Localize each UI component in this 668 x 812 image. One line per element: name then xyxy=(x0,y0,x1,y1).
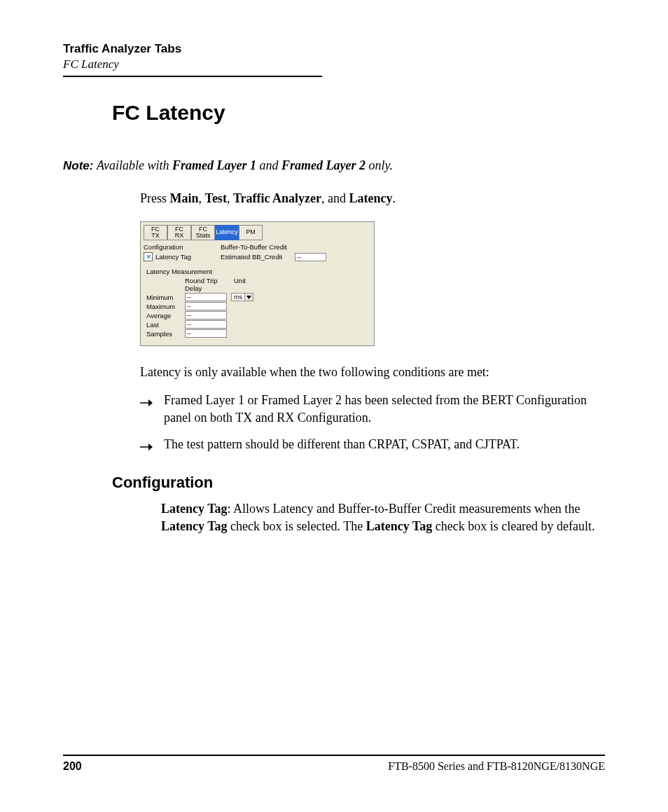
conditions-intro: Latency is only available when the two f… xyxy=(140,364,605,380)
tab-latency[interactable]: Latency xyxy=(215,225,239,240)
cfg-t3: check box is cleared by default. xyxy=(432,519,594,533)
cfg-t1: : Allows Latency and Buffer-to-Buffer Cr… xyxy=(228,502,580,516)
col-spacer xyxy=(146,277,185,292)
note-pre: Available with xyxy=(97,158,172,172)
label-samples: Samples xyxy=(146,330,185,338)
note-mid: and xyxy=(256,158,281,172)
note-text: Available with Framed Layer 1 and Framed… xyxy=(97,158,393,172)
col-unit: Unit xyxy=(234,277,246,292)
latency-measurement-group: Latency Measurement Round Trip Delay Uni… xyxy=(144,266,371,343)
latency-tag-label: Latency Tag xyxy=(155,253,191,261)
note-line: Note: Available with Framed Layer 1 and … xyxy=(63,158,605,173)
press-line: Press Main, Test, Traffic Analyzer, and … xyxy=(140,191,605,206)
latency-tag-container: ✕ Latency Tag xyxy=(144,252,221,261)
tab-bar: FC TX FC RX FC Stats Latency PM xyxy=(144,225,371,240)
latency-panel: FC TX FC RX FC Stats Latency PM Configur… xyxy=(140,221,375,346)
svg-marker-0 xyxy=(246,296,251,299)
press-b2: Test xyxy=(205,191,227,205)
cfg-b2: Latency Tag xyxy=(161,519,228,533)
field-average[interactable]: -- xyxy=(185,311,227,319)
conditions-list: Framed Layer 1 or Framed Layer 2 has bee… xyxy=(140,392,605,453)
note-b2: Framed Layer 2 xyxy=(281,158,366,172)
press-b1: Main xyxy=(170,191,199,205)
row-minimum: Minimum -- ms xyxy=(146,293,370,301)
arrow-bullet-icon xyxy=(140,394,153,411)
unit-value: ms xyxy=(232,294,244,301)
field-minimum[interactable]: -- xyxy=(185,293,227,301)
row-maximum: Maximum -- xyxy=(146,302,370,310)
page-title: FC Latency xyxy=(112,101,605,125)
field-maximum[interactable]: -- xyxy=(185,302,227,310)
estimated-bb-credit-label: Estimated BB_Credit xyxy=(221,253,282,261)
press-b3: Traffic Analyzer xyxy=(233,191,321,205)
list-item: Framed Layer 1 or Framed Layer 2 has bee… xyxy=(140,392,605,426)
svg-marker-2 xyxy=(148,399,153,406)
measurement-col-headings: Round Trip Delay Unit xyxy=(146,277,370,292)
bullet-2-text: The test pattern should be different tha… xyxy=(164,437,520,451)
label-minimum: Minimum xyxy=(146,294,185,301)
note-label: Note: xyxy=(63,159,93,172)
press-post: . xyxy=(393,191,396,205)
tab-fc-stats-l2: Stats xyxy=(192,233,214,239)
cfg-t2: check box is selected. The xyxy=(228,519,366,533)
label-maximum: Maximum xyxy=(146,303,185,310)
col-rtd: Round Trip Delay xyxy=(185,277,234,292)
note-b1: Framed Layer 1 xyxy=(172,158,256,172)
buffer-heading: Buffer-To-Buffer Credit xyxy=(221,243,371,251)
tab-latency-label: Latency xyxy=(216,229,238,235)
field-samples[interactable]: -- xyxy=(185,329,227,338)
configuration-heading: Configuration xyxy=(112,474,605,492)
note-post: only. xyxy=(366,158,393,172)
label-last: Last xyxy=(146,321,185,329)
tab-fc-rx-l2: RX xyxy=(168,233,190,239)
page-number: 200 xyxy=(63,760,82,773)
cfg-b3: Latency Tag xyxy=(366,519,433,533)
press-pre: Press xyxy=(140,191,170,205)
chapter-title: Traffic Analyzer Tabs xyxy=(63,42,605,56)
tab-pm[interactable]: PM xyxy=(239,225,263,240)
page: Traffic Analyzer Tabs FC Latency FC Late… xyxy=(0,0,668,812)
section-title: FC Latency xyxy=(63,57,605,71)
doc-id: FTB-8500 Series and FTB-8120NGE/8130NGE xyxy=(388,760,605,773)
tab-fc-stats[interactable]: FC Stats xyxy=(191,225,215,240)
running-head: Traffic Analyzer Tabs FC Latency xyxy=(63,42,605,71)
field-last[interactable]: -- xyxy=(185,320,227,329)
bullet-1-text: Framed Layer 1 or Framed Layer 2 has bee… xyxy=(164,393,587,424)
group-headings: Configuration Buffer-To-Buffer Credit xyxy=(144,243,371,251)
configuration-heading: Configuration xyxy=(144,243,221,251)
press-s2: , xyxy=(227,191,233,205)
row-average: Average -- xyxy=(146,311,370,319)
arrow-bullet-icon xyxy=(140,439,153,455)
estimated-bb-credit-field[interactable]: -- xyxy=(295,253,326,261)
press-s3: , and xyxy=(321,191,349,205)
row-samples: Samples -- xyxy=(146,329,370,338)
svg-marker-4 xyxy=(148,443,153,450)
press-s1: , xyxy=(199,191,205,205)
latency-measurement-heading: Latency Measurement xyxy=(146,268,370,275)
tab-pm-label: PM xyxy=(239,229,262,235)
row-last: Last -- xyxy=(146,320,370,329)
list-item: The test pattern should be different tha… xyxy=(140,436,605,453)
tab-fc-tx-l2: TX xyxy=(144,233,167,239)
press-b4: Latency xyxy=(349,191,393,205)
tab-fc-tx[interactable]: FC TX xyxy=(144,225,167,240)
cfg-b1: Latency Tag xyxy=(161,502,228,516)
tab-fc-rx[interactable]: FC RX xyxy=(167,225,191,240)
check-icon: ✕ xyxy=(146,254,151,261)
header-rule xyxy=(63,76,322,77)
latency-tag-checkbox[interactable]: ✕ xyxy=(144,252,153,261)
label-average: Average xyxy=(146,312,185,319)
bb-credit-container: Estimated BB_Credit -- xyxy=(221,253,371,261)
config-row: ✕ Latency Tag Estimated BB_Credit -- xyxy=(144,252,371,261)
unit-select[interactable]: ms xyxy=(231,293,253,301)
footer: 200 FTB-8500 Series and FTB-8120NGE/8130… xyxy=(63,755,605,773)
chevron-down-icon xyxy=(244,294,253,301)
configuration-body: Latency Tag: Allows Latency and Buffer-t… xyxy=(161,500,595,535)
